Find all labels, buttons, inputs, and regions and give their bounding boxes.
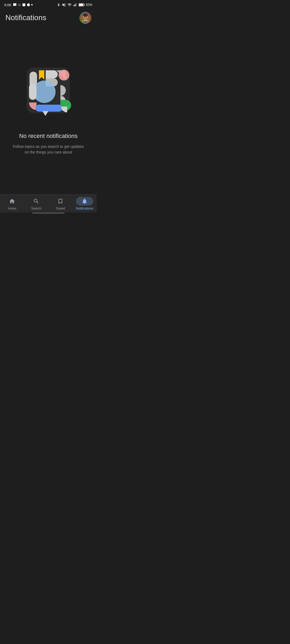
- svg-rect-4: [74, 5, 75, 6]
- battery-icon: [79, 3, 85, 7]
- empty-state-illustration: [21, 65, 75, 124]
- svg-rect-8: [84, 4, 85, 5]
- avatar-illustration: [80, 13, 90, 23]
- svg-point-14: [84, 16, 85, 17]
- status-bar: 6:06 83%: [0, 0, 97, 9]
- nav-notifications-label: Notifications: [76, 207, 93, 210]
- bottom-navigation: Home Search Saved Notifications: [0, 194, 97, 213]
- scissors-icon: [17, 3, 21, 7]
- empty-state-title: No recent notifications: [19, 133, 78, 140]
- bluetooth-icon: [57, 3, 60, 7]
- nav-item-saved[interactable]: Saved: [48, 195, 73, 210]
- nav-saved-label: Saved: [56, 207, 65, 210]
- nav-item-home[interactable]: Home: [0, 195, 24, 210]
- status-time: 6:06: [4, 3, 11, 7]
- page-header: Notifications: [0, 9, 97, 26]
- dot-icon: [31, 3, 33, 7]
- svg-point-20: [59, 70, 69, 80]
- mute-icon: [62, 3, 66, 7]
- svg-rect-9: [79, 4, 83, 6]
- search-icon: [33, 198, 39, 204]
- svg-point-15: [86, 16, 87, 17]
- svg-marker-1: [27, 3, 30, 6]
- main-content: No recent notifications Follow topics as…: [0, 26, 97, 194]
- square-icon: [22, 3, 26, 7]
- avatar: [80, 13, 90, 23]
- chat-bubble-icon: [13, 3, 17, 7]
- nav-search-label: Search: [31, 207, 41, 210]
- svg-point-2: [31, 4, 33, 6]
- saved-icon: [57, 198, 64, 204]
- svg-marker-24: [42, 111, 48, 116]
- svg-rect-3: [73, 5, 74, 6]
- svg-rect-0: [23, 3, 26, 6]
- user-avatar-button[interactable]: [79, 12, 91, 24]
- page-title: Notifications: [5, 13, 46, 22]
- nav-item-notifications[interactable]: Notifications: [73, 195, 97, 210]
- home-icon: [9, 198, 15, 204]
- home-indicator: [32, 213, 64, 214]
- empty-state-description: Follow topics as you search to get updat…: [11, 144, 86, 155]
- nav-item-search[interactable]: Search: [24, 195, 48, 210]
- svg-rect-6: [76, 3, 77, 6]
- battery-percent: 83%: [86, 3, 92, 7]
- wifi-icon: [67, 3, 72, 7]
- svg-rect-5: [75, 4, 76, 6]
- hexagon-icon: [27, 3, 30, 7]
- status-icons: 83%: [57, 3, 92, 7]
- svg-rect-23: [35, 105, 62, 112]
- svg-point-12: [83, 13, 88, 17]
- signal-icon: [73, 3, 77, 7]
- notifications-icon: [81, 198, 88, 204]
- svg-rect-22: [29, 84, 37, 100]
- nav-home-label: Home: [8, 207, 16, 210]
